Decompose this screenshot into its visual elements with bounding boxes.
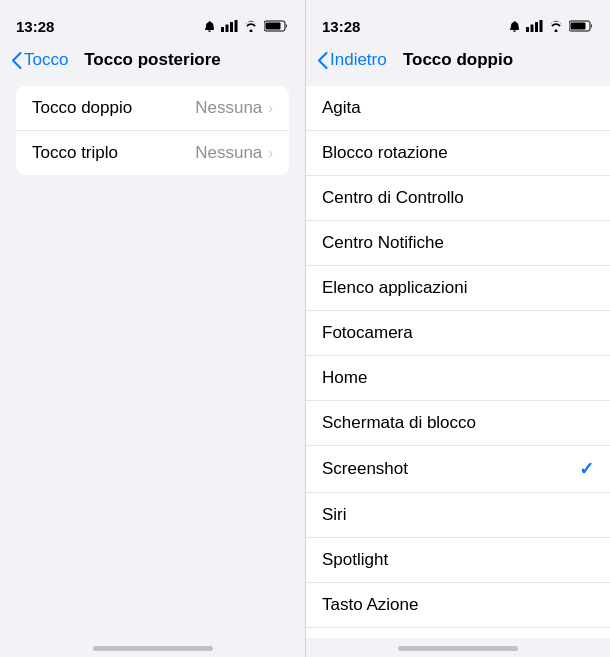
svg-rect-6: [526, 27, 529, 32]
svg-rect-9: [540, 20, 543, 32]
list-item-fotocamera-label: Fotocamera: [322, 323, 413, 343]
list-item-centro-controllo-label: Centro di Controllo: [322, 188, 464, 208]
svg-rect-2: [230, 22, 233, 32]
settings-group-left: Tocco doppio Nessuna › Tocco triplo Ness…: [16, 86, 289, 175]
list-item-centro-notifiche-label: Centro Notifiche: [322, 233, 444, 253]
bell-icon-right: [508, 19, 521, 33]
list-item-tasto-azione[interactable]: Tasto Azione: [306, 583, 610, 628]
nav-title-left: Tocco posteriore: [84, 50, 221, 70]
list-item-centro-notifiche[interactable]: Centro Notifiche: [306, 221, 610, 266]
list-item-schermata-blocco[interactable]: Schermata di blocco: [306, 401, 610, 446]
status-icons-right: [508, 19, 594, 33]
list-item-screenshot-label: Screenshot: [322, 459, 408, 479]
nav-title-right: Tocco doppio: [403, 50, 513, 70]
battery-icon-right: [569, 20, 594, 32]
battery-icon-left: [264, 20, 289, 32]
svg-rect-3: [235, 20, 238, 32]
back-button-right[interactable]: Indietro: [318, 50, 387, 70]
list-item-spotlight-label: Spotlight: [322, 550, 388, 570]
wifi-icon-left: [243, 20, 259, 32]
status-bar-right: 13:28: [306, 0, 610, 44]
list-item-home-label: Home: [322, 368, 367, 388]
nav-bar-right: Indietro Tocco doppio: [306, 44, 610, 78]
home-indicator-left: [0, 638, 305, 657]
back-button-left[interactable]: Tocco: [12, 50, 68, 70]
list-item-spotlight[interactable]: Spotlight: [306, 538, 610, 583]
list-item-blocco-rotazione-label: Blocco rotazione: [322, 143, 448, 163]
svg-rect-7: [531, 25, 534, 33]
list-item-siri-label: Siri: [322, 505, 347, 525]
signal-icon-right: [526, 20, 543, 32]
row-tocco-doppio-value: Nessuna: [195, 98, 262, 118]
bell-icon: [203, 19, 216, 33]
list-item-torcia[interactable]: Torcia: [306, 628, 610, 638]
svg-rect-1: [226, 25, 229, 33]
status-icons-left: [203, 19, 289, 33]
list-item-elenco-applicazioni[interactable]: Elenco applicazioni: [306, 266, 610, 311]
list-item-siri[interactable]: Siri: [306, 493, 610, 538]
status-bar-left: 13:28: [0, 0, 305, 44]
left-panel: 13:28: [0, 0, 305, 657]
wifi-icon-right: [548, 20, 564, 32]
svg-rect-0: [221, 27, 224, 32]
list-item-agita-label: Agita: [322, 98, 361, 118]
status-time-left: 13:28: [16, 18, 54, 35]
signal-icon-left: [221, 20, 238, 32]
chevron-icon-doppio: ›: [268, 100, 273, 116]
chevron-left-icon-right: [318, 52, 328, 69]
home-indicator-right: [306, 638, 610, 657]
status-time-right: 13:28: [322, 18, 360, 35]
row-tocco-triplo[interactable]: Tocco triplo Nessuna ›: [16, 131, 289, 175]
checkmark-icon: ✓: [579, 458, 594, 480]
list-item-elenco-applicazioni-label: Elenco applicazioni: [322, 278, 468, 298]
list-item-screenshot[interactable]: Screenshot ✓: [306, 446, 610, 493]
row-tocco-doppio-right: Nessuna ›: [195, 98, 273, 118]
list-item-tasto-azione-label: Tasto Azione: [322, 595, 418, 615]
list-item-home[interactable]: Home: [306, 356, 610, 401]
list-scroll[interactable]: Agita Blocco rotazione Centro di Control…: [306, 78, 610, 638]
list-item-blocco-rotazione[interactable]: Blocco rotazione: [306, 131, 610, 176]
list-item-schermata-blocco-label: Schermata di blocco: [322, 413, 476, 433]
chevron-icon-triplo: ›: [268, 145, 273, 161]
list-item-centro-controllo[interactable]: Centro di Controllo: [306, 176, 610, 221]
row-tocco-triplo-value: Nessuna: [195, 143, 262, 163]
nav-bar-left: Tocco Tocco posteriore: [0, 44, 305, 78]
row-tocco-doppio[interactable]: Tocco doppio Nessuna ›: [16, 86, 289, 131]
row-tocco-doppio-label: Tocco doppio: [32, 98, 132, 118]
list-group-main: Agita Blocco rotazione Centro di Control…: [306, 86, 610, 638]
svg-rect-8: [535, 22, 538, 32]
chevron-left-icon: [12, 52, 22, 69]
back-label-left: Tocco: [24, 50, 68, 70]
right-panel: 13:28 Ind: [305, 0, 610, 657]
svg-rect-5: [266, 23, 281, 30]
home-bar-left: [93, 646, 213, 651]
home-bar-right: [398, 646, 518, 651]
row-tocco-triplo-label: Tocco triplo: [32, 143, 118, 163]
back-label-right: Indietro: [330, 50, 387, 70]
svg-rect-11: [571, 23, 586, 30]
list-item-fotocamera[interactable]: Fotocamera: [306, 311, 610, 356]
list-item-agita[interactable]: Agita: [306, 86, 610, 131]
row-tocco-triplo-right: Nessuna ›: [195, 143, 273, 163]
